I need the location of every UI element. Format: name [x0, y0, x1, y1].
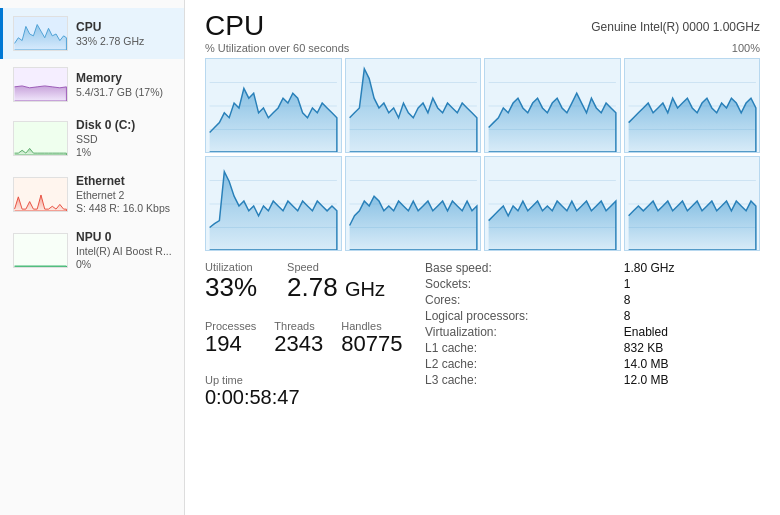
cpu-chart-3 [484, 58, 621, 153]
sidebar: CPU 33% 2.78 GHz Memory 5.4/31.7 GB (17%… [0, 0, 185, 515]
memory-mini-chart [13, 67, 68, 102]
speed-stat: Speed 2.78 GHz [287, 261, 385, 302]
cpu-chart-8 [624, 156, 761, 251]
virtualization-value: Enabled [624, 325, 760, 339]
threads-stat: Threads 2343 [274, 320, 323, 356]
stats-right: Base speed: 1.80 GHz Sockets: 1 Cores: 8… [425, 261, 760, 409]
utilization-stat: Utilization 33% [205, 261, 257, 302]
cores-label: Cores: [425, 293, 614, 307]
cpu-chart-1 [205, 58, 342, 153]
npu-sidebar-text: NPU 0 Intel(R) AI Boost R... 0% [76, 230, 172, 270]
disk-label: Disk 0 (C:) [76, 118, 135, 132]
sidebar-item-npu[interactable]: NPU 0 Intel(R) AI Boost R... 0% [0, 222, 184, 278]
threads-value: 2343 [274, 332, 323, 356]
npu-sublabel1: Intel(R) AI Boost R... [76, 245, 172, 257]
npu-label: NPU 0 [76, 230, 172, 244]
npu-mini-chart [13, 233, 68, 268]
page-title: CPU [205, 12, 264, 40]
ethernet-mini-chart [13, 177, 68, 212]
memory-sidebar-text: Memory 5.4/31.7 GB (17%) [76, 71, 163, 98]
charts-top-row [205, 58, 760, 153]
l3-value: 12.0 MB [624, 373, 760, 387]
specs-table: Base speed: 1.80 GHz Sockets: 1 Cores: 8… [425, 261, 760, 387]
processes-stat: Processes 194 [205, 320, 256, 356]
utilization-stat-value: 33% [205, 273, 257, 302]
disk-mini-chart [13, 121, 68, 156]
virtualization-label: Virtualization: [425, 325, 614, 339]
processor-name: Genuine Intel(R) 0000 1.00GHz [591, 12, 760, 34]
ethernet-sublabel1: Ethernet 2 [76, 189, 170, 201]
uptime-label: Up time [205, 374, 425, 386]
disk-sublabel2: 1% [76, 146, 135, 158]
npu-sublabel2: 0% [76, 258, 172, 270]
speed-stat-value: 2.78 GHz [287, 273, 385, 302]
l3-label: L3 cache: [425, 373, 614, 387]
handles-label: Handles [341, 320, 402, 332]
pct-label: 100% [732, 42, 760, 58]
ethernet-sublabel2: S: 448 R: 16.0 Kbps [76, 202, 170, 214]
base-speed-label: Base speed: [425, 261, 614, 275]
utilization-label: % Utilization over 60 seconds [205, 42, 349, 54]
l1-label: L1 cache: [425, 341, 614, 355]
sockets-label: Sockets: [425, 277, 614, 291]
disk-sidebar-text: Disk 0 (C:) SSD 1% [76, 118, 135, 158]
threads-label: Threads [274, 320, 323, 332]
stats-section: Utilization 33% Speed 2.78 GHz Processes… [205, 261, 760, 409]
cpu-chart-2 [345, 58, 482, 153]
l2-label: L2 cache: [425, 357, 614, 371]
cpu-chart-7 [484, 156, 621, 251]
l2-value: 14.0 MB [624, 357, 760, 371]
uptime-value: 0:00:58:47 [205, 386, 425, 409]
cpu-mini-chart [13, 16, 68, 51]
cpu-chart-5 [205, 156, 342, 251]
memory-sublabel: 5.4/31.7 GB (17%) [76, 86, 163, 98]
logical-label: Logical processors: [425, 309, 614, 323]
handles-value: 80775 [341, 332, 402, 356]
cpu-chart-4 [624, 58, 761, 153]
disk-sublabel1: SSD [76, 133, 135, 145]
main-panel: CPU Genuine Intel(R) 0000 1.00GHz % Util… [185, 0, 780, 515]
logical-value: 8 [624, 309, 760, 323]
sidebar-item-cpu[interactable]: CPU 33% 2.78 GHz [0, 8, 184, 59]
uptime-section: Up time 0:00:58:47 [205, 374, 425, 409]
sidebar-item-ethernet[interactable]: Ethernet Ethernet 2 S: 448 R: 16.0 Kbps [0, 166, 184, 222]
cpu-sidebar-text: CPU 33% 2.78 GHz [76, 20, 144, 47]
memory-label: Memory [76, 71, 163, 85]
main-header: CPU Genuine Intel(R) 0000 1.00GHz [205, 12, 760, 40]
stats-left: Utilization 33% Speed 2.78 GHz Processes… [205, 261, 425, 409]
cpu-sublabel: 33% 2.78 GHz [76, 35, 144, 47]
ethernet-sidebar-text: Ethernet Ethernet 2 S: 448 R: 16.0 Kbps [76, 174, 170, 214]
charts-bottom-row [205, 156, 760, 251]
processes-label: Processes [205, 320, 256, 332]
cpu-label: CPU [76, 20, 144, 34]
cpu-chart-6 [345, 156, 482, 251]
cores-value: 8 [624, 293, 760, 307]
sidebar-item-memory[interactable]: Memory 5.4/31.7 GB (17%) [0, 59, 184, 110]
processes-value: 194 [205, 332, 256, 356]
sidebar-item-disk[interactable]: Disk 0 (C:) SSD 1% [0, 110, 184, 166]
ethernet-label: Ethernet [76, 174, 170, 188]
l1-value: 832 KB [624, 341, 760, 355]
sockets-value: 1 [624, 277, 760, 291]
base-speed-value: 1.80 GHz [624, 261, 760, 275]
handles-stat: Handles 80775 [341, 320, 402, 356]
